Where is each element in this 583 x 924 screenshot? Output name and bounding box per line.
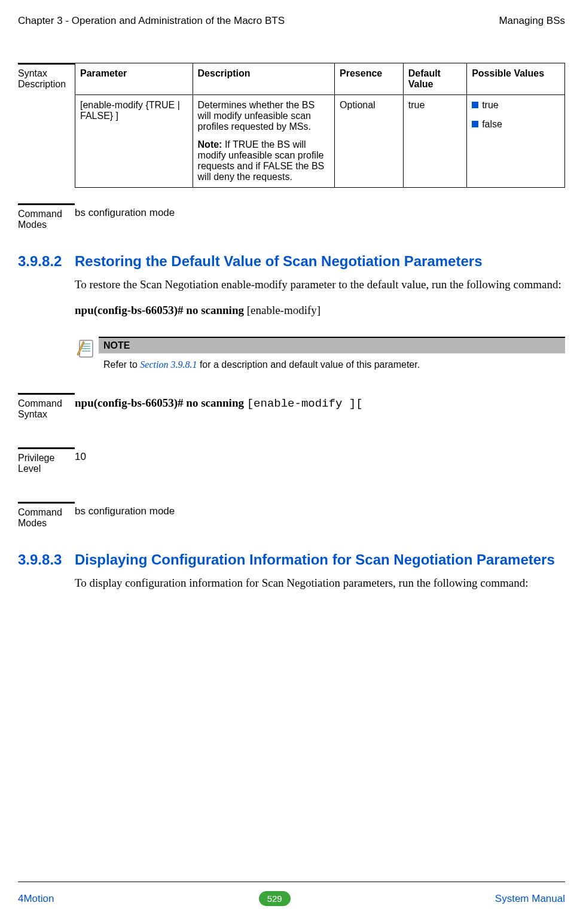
header-right: Managing BSs <box>499 15 565 27</box>
section-body: To restore the Scan Negotiation enable-m… <box>75 276 565 294</box>
page-number: 529 <box>259 891 291 906</box>
note-header: NOTE <box>99 338 565 353</box>
note-icon <box>75 337 99 373</box>
privilege-level-label: Privilege Level <box>18 447 75 474</box>
section-number: 3.9.8.2 <box>18 252 75 373</box>
command-modes-value: bs configuration mode <box>75 207 175 218</box>
section-title: Displaying Configuration Information for… <box>75 550 565 569</box>
note-content: Refer to Section 3.9.8.1 for a descripti… <box>99 353 565 373</box>
header-left: Chapter 3 - Operation and Administration… <box>18 15 285 27</box>
footer-right: System Manual <box>495 893 565 905</box>
square-bullet-icon <box>472 102 478 108</box>
command-syntax-mono: [enable-modify ][ <box>247 397 363 410</box>
th-description: Description <box>193 63 335 95</box>
note-post: for a description and default value of t… <box>197 359 420 370</box>
syntax-description-label: Syntax Description <box>18 63 75 188</box>
note-pre: Refer to <box>103 359 140 370</box>
th-presence: Presence <box>335 63 404 95</box>
command-modes-label: Command Modes <box>18 502 75 529</box>
section-number: 3.9.8.3 <box>18 550 75 592</box>
command-modes-value: bs configuration mode <box>75 505 175 517</box>
th-possible-values: Possible Values <box>467 63 565 95</box>
command-tail: [enable-modify] <box>244 304 321 316</box>
command-syntax-bold: npu(config-bs-66053)# no scanning <box>75 397 247 409</box>
section-body: To display configuration information for… <box>75 575 565 592</box>
pv-false: false <box>482 119 502 129</box>
th-default-value: Default Value <box>403 63 466 95</box>
note-block: NOTE Refer to Section 3.9.8.1 for a desc… <box>75 337 565 373</box>
cell-description: Determines whether the BS will modify un… <box>193 95 335 188</box>
cell-default: true <box>403 95 466 188</box>
note-link[interactable]: Section 3.9.8.1 <box>140 359 197 370</box>
square-bullet-icon <box>472 121 478 127</box>
th-parameter: Parameter <box>75 63 193 95</box>
command-bold: npu(config-bs-66053)# no scanning <box>75 304 244 316</box>
cell-description-main: Determines whether the BS will modify un… <box>198 100 330 132</box>
syntax-description-table: Parameter Description Presence Default V… <box>75 63 565 188</box>
table-row: [enable-modify {TRUE | FALSE} ] Determin… <box>75 95 565 188</box>
cell-parameter: [enable-modify {TRUE | FALSE} ] <box>75 95 193 188</box>
running-header: Chapter 3 - Operation and Administration… <box>18 15 565 27</box>
cell-presence: Optional <box>335 95 404 188</box>
pv-true: true <box>482 100 499 110</box>
section-title: Restoring the Default Value of Scan Nego… <box>75 252 565 270</box>
privilege-level-value: 10 <box>75 451 86 462</box>
footer-left: 4Motion <box>18 893 54 905</box>
command-syntax-label: Command Syntax <box>18 393 75 420</box>
footer: 4Motion 529 System Manual <box>18 891 565 906</box>
cell-description-note-label: Note: <box>198 139 222 150</box>
footer-rule <box>18 882 565 882</box>
command-modes-label: Command Modes <box>18 203 75 230</box>
cell-possible-values: true false <box>467 95 565 188</box>
